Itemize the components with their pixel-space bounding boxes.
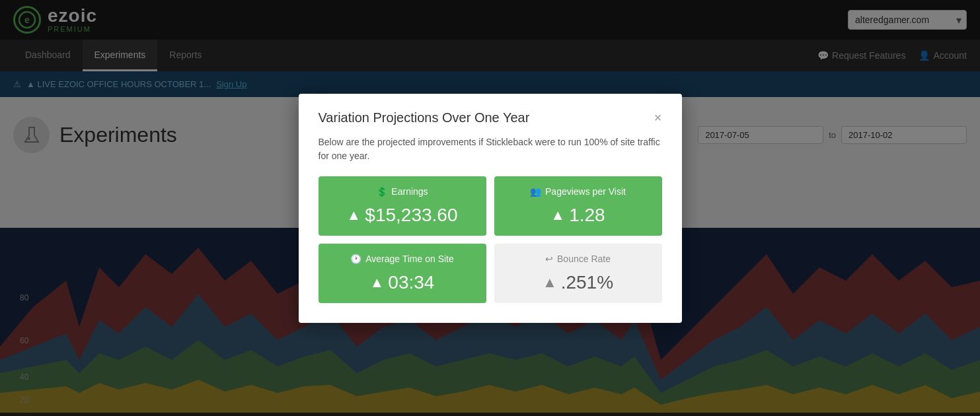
modal-close-button[interactable]: × (654, 111, 662, 124)
users-icon: 👥 (530, 186, 541, 197)
bounce-rate-title: ↩ Bounce Rate (545, 254, 611, 264)
pageviews-title: 👥 Pageviews per Visit (530, 186, 626, 197)
earnings-value: ▲ $15,233.60 (347, 205, 458, 226)
clock-icon: 🕐 (350, 254, 361, 264)
modal-header: Variation Projections Over One Year × (319, 110, 662, 125)
time-on-site-title: 🕐 Average Time on Site (350, 254, 454, 264)
stat-card-pageviews: 👥 Pageviews per Visit ▲ 1.28 (494, 176, 662, 236)
undo-icon: ↩ (545, 254, 553, 264)
bounce-rate-value: ▲ .251% (543, 272, 613, 293)
stat-card-earnings: 💲 Earnings ▲ $15,233.60 (319, 176, 486, 236)
bounce-rate-arrow: ▲ (543, 274, 557, 291)
time-on-site-arrow: ▲ (370, 274, 385, 291)
modal-overlay: Variation Projections Over One Year × Be… (0, 0, 980, 416)
modal-title: Variation Projections Over One Year (319, 110, 530, 125)
stat-card-time-on-site: 🕐 Average Time on Site ▲ 03:34 (319, 244, 486, 303)
modal-stats-grid: 💲 Earnings ▲ $15,233.60 👥 Pageviews per … (319, 176, 662, 303)
pageviews-arrow: ▲ (550, 207, 565, 224)
money-icon: 💲 (376, 186, 387, 197)
modal-description: Below are the projected improvements if … (319, 135, 662, 163)
time-on-site-value: ▲ 03:34 (370, 272, 435, 293)
earnings-title: 💲 Earnings (376, 186, 428, 197)
modal: Variation Projections Over One Year × Be… (299, 94, 682, 323)
pageviews-value: ▲ 1.28 (550, 205, 605, 226)
stat-card-bounce-rate: ↩ Bounce Rate ▲ .251% (494, 244, 662, 303)
earnings-arrow: ▲ (347, 207, 361, 224)
